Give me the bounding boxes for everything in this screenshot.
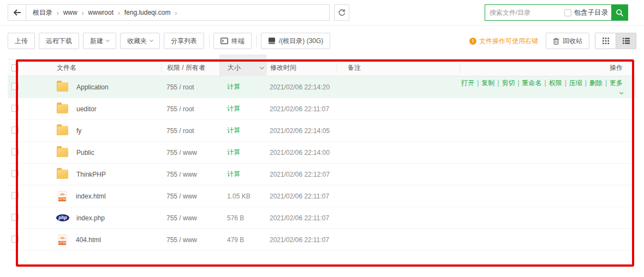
file-permission: 755 / www: [161, 236, 219, 244]
folder-icon: [57, 170, 68, 179]
search-input[interactable]: [485, 5, 564, 20]
list-view-button[interactable]: [616, 33, 636, 49]
file-permission: 755 / www: [161, 149, 219, 156]
upload-button[interactable]: 上传: [8, 33, 35, 49]
file-name-link[interactable]: index.php: [76, 214, 105, 222]
remote-download-button[interactable]: 远程下载: [39, 33, 79, 49]
row-action-link[interactable]: 压缩: [569, 79, 582, 87]
file-size-cell: 479 B: [219, 236, 266, 244]
row-checkbox[interactable]: [11, 236, 19, 243]
calculate-size-link[interactable]: 计算: [227, 83, 240, 91]
row-checkbox-cell: [8, 192, 32, 201]
file-row[interactable]: ueditor755 / root计算2021/02/06 22:11:07: [8, 98, 636, 120]
file-row[interactable]: ThinkPHP755 / www计算2021/02/06 22:12:07: [8, 164, 636, 185]
file-name-link[interactable]: Application: [76, 83, 109, 91]
row-action-link[interactable]: 打开: [461, 79, 474, 87]
row-checkbox[interactable]: [11, 170, 19, 177]
file-row[interactable]: <>HTMLindex.html755 / www1.05 KB2021/02/…: [8, 185, 636, 207]
header-action: 操作: [460, 63, 636, 73]
action-separator: |: [545, 79, 546, 87]
row-action-link[interactable]: 重命名: [522, 79, 542, 87]
html-file-icon: <>HTML: [58, 191, 67, 202]
include-subdir-checkbox[interactable]: [564, 9, 571, 16]
sort-chevron-icon[interactable]: [260, 64, 264, 69]
disk-root-button[interactable]: /(根目录) (30G): [261, 33, 330, 49]
file-size-cell: 计算: [219, 126, 266, 135]
file-mtime: 2021/02/06 22:11:07: [266, 214, 337, 222]
file-name-link[interactable]: index.html: [76, 192, 106, 200]
action-separator: |: [605, 79, 607, 87]
header-permission[interactable]: 权限 / 所有者: [161, 63, 219, 73]
calculate-size-link[interactable]: 计算: [227, 148, 240, 156]
grid-view-button[interactable]: [595, 33, 616, 49]
breadcrumb-item[interactable]: 根目录: [33, 8, 52, 17]
file-permission: 755 / www: [161, 171, 219, 178]
file-name-link[interactable]: 404.html: [76, 236, 101, 244]
breadcrumb-item[interactable]: feng.ludeqi.com: [124, 9, 171, 16]
grid-view-icon: [603, 38, 609, 44]
include-subdir-option[interactable]: 包含子目录: [564, 8, 609, 17]
file-row[interactable]: <>HTML404.html755 / www479 B2021/02/06 2…: [8, 229, 636, 251]
header-mtime[interactable]: 修改时间: [266, 63, 337, 73]
row-action-link[interactable]: 复制: [481, 79, 494, 87]
refresh-icon: [338, 9, 346, 17]
calculate-size-link[interactable]: 计算: [227, 170, 240, 178]
file-name-cell: ThinkPHP: [32, 170, 161, 179]
file-row[interactable]: fy755 / root计算2021/02/06 22:14:05: [8, 120, 636, 142]
terminal-icon: [220, 38, 228, 44]
header-size[interactable]: 大小: [219, 59, 266, 76]
html-band-label: HTML: [58, 241, 66, 245]
terminal-button[interactable]: 终端: [213, 33, 252, 49]
size-column-shade: [219, 55, 266, 59]
new-menu-button[interactable]: 新建: [83, 33, 116, 49]
file-row[interactable]: Application755 / root计算2021/02/06 22:14:…: [8, 76, 636, 98]
php-file-icon: php: [56, 214, 69, 221]
breadcrumb-item[interactable]: www: [63, 9, 77, 16]
breadcrumb-item[interactable]: wwwroot: [88, 9, 114, 16]
row-checkbox-cell: [8, 170, 32, 179]
file-name-link[interactable]: ueditor: [76, 105, 97, 113]
calculate-size-link[interactable]: 计算: [227, 105, 240, 112]
table-header: 文件名 权限 / 所有者 大小 修改时间 备注 操作: [8, 59, 636, 76]
file-name-link[interactable]: ThinkPHP: [76, 171, 106, 178]
favorites-menu-button[interactable]: 收藏夹: [120, 33, 160, 49]
file-mtime: 2021/02/06 22:11:07: [266, 192, 337, 200]
row-action-link[interactable]: 删除: [589, 79, 603, 87]
row-action-link[interactable]: 权限: [549, 79, 562, 87]
view-toggle-group: [595, 33, 636, 49]
breadcrumb: 根目录›www›wwwroot›feng.ludeqi.com›: [26, 4, 330, 21]
row-checkbox[interactable]: [11, 83, 19, 90]
back-button[interactable]: [8, 4, 26, 21]
row-checkbox[interactable]: [11, 127, 19, 134]
recycle-bin-button[interactable]: 回收站: [546, 33, 589, 49]
trash-icon: [553, 38, 559, 45]
calculate-size-link[interactable]: 计算: [227, 127, 240, 134]
folder-icon: [57, 148, 68, 157]
file-size-cell: 计算: [219, 82, 266, 92]
row-checkbox[interactable]: [11, 192, 19, 199]
search-button[interactable]: [611, 4, 628, 21]
file-row[interactable]: phpindex.php755 / www576 B2021/02/06 22:…: [8, 207, 636, 229]
file-mtime: 2021/02/06 22:14:05: [266, 127, 337, 135]
row-checkbox-cell: [8, 83, 32, 92]
row-checkbox[interactable]: [11, 148, 19, 155]
row-action-link[interactable]: 剪切: [502, 79, 515, 87]
row-checkbox-cell: [8, 214, 32, 222]
file-name-link[interactable]: fy: [76, 127, 81, 135]
file-name-cell: <>HTMLindex.html: [32, 191, 161, 202]
row-checkbox[interactable]: [11, 105, 19, 112]
file-name-link[interactable]: Public: [76, 149, 94, 156]
file-permission: 755 / www: [161, 214, 219, 222]
file-row[interactable]: Public755 / www计算2021/02/06 22:14:00: [8, 142, 636, 164]
header-filename[interactable]: 文件名: [32, 63, 161, 73]
refresh-button[interactable]: [334, 4, 349, 21]
row-action-more-link[interactable]: 更多: [610, 79, 623, 95]
select-all-checkbox[interactable]: [11, 64, 19, 71]
toolbar-divider: [209, 35, 210, 47]
share-list-button[interactable]: 分享列表: [164, 33, 204, 49]
disk-icon: [268, 38, 276, 44]
row-checkbox[interactable]: [11, 214, 19, 221]
header-note[interactable]: 备注: [337, 63, 460, 73]
file-name-cell: phpindex.php: [32, 214, 161, 222]
action-separator: |: [517, 79, 519, 87]
